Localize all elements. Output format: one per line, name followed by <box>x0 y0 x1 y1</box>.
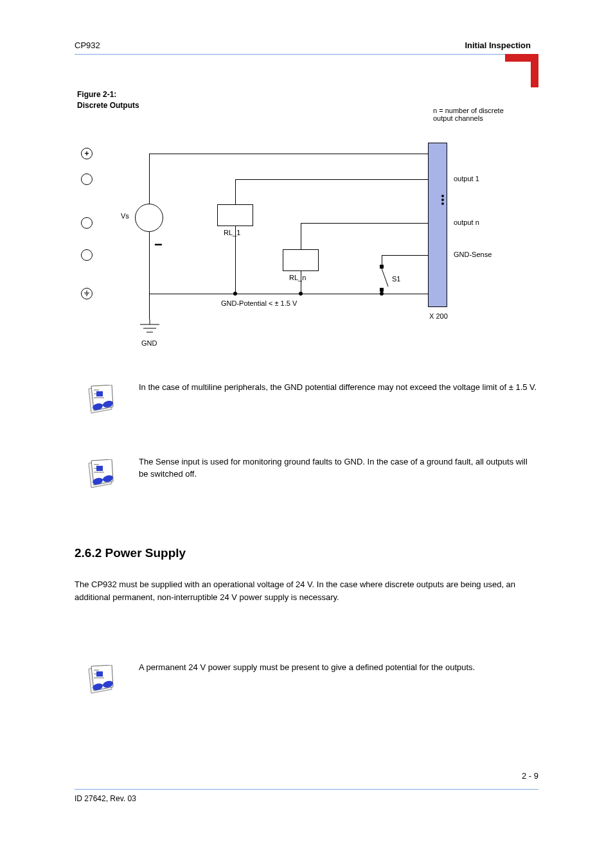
svg-rect-19 <box>96 466 103 471</box>
rl1-label: RL_1 <box>224 229 240 236</box>
node <box>299 292 303 296</box>
wire <box>382 255 428 256</box>
pin-output-n <box>81 217 93 229</box>
node <box>233 292 237 296</box>
corner-crop-mark <box>505 54 538 87</box>
wire <box>149 154 150 204</box>
note-1-text: In the case of multiline peripherals, th… <box>139 382 537 394</box>
connector-label: X 200 <box>429 312 448 320</box>
gnd-potential-label: GND-Potential < ± 1.5 V <box>221 299 297 307</box>
pin-output-1-label: output 1 <box>454 175 479 182</box>
pin-gnd-sense-label: GND-Sense <box>454 251 492 258</box>
wire <box>149 154 428 154</box>
node <box>380 292 384 296</box>
header-product: CP932 <box>75 40 100 50</box>
pin-output-n-label: output n <box>454 218 479 226</box>
footer-id: ID 27642, Rev. 03 <box>75 794 136 803</box>
svg-rect-25 <box>96 671 103 677</box>
pin-gnd-sense <box>81 249 93 261</box>
svg-line-28 <box>102 685 104 686</box>
voltage-source <box>135 204 163 232</box>
figure-number: Figure 2-1: <box>77 90 116 99</box>
pin-ground <box>81 288 93 299</box>
wire <box>301 223 301 249</box>
note-2-text: The Sense input is used for monitoring g… <box>139 456 537 481</box>
section-body: The CP932 must be supplied with an opera… <box>75 578 531 603</box>
pin-output-1 <box>81 173 93 185</box>
note-icon <box>82 459 118 492</box>
note-icon <box>82 665 118 697</box>
bottom-rule <box>75 789 538 790</box>
wire <box>149 232 150 294</box>
minus-symbol: − <box>154 236 163 253</box>
svg-rect-13 <box>96 391 103 396</box>
rln-label: RL_n <box>289 274 306 281</box>
pin-ellipsis: ••• <box>437 194 450 206</box>
schematic-diagram: Figure 2-1: Discrete Outputs n = number … <box>77 90 540 366</box>
wire <box>235 226 236 294</box>
wire <box>301 223 428 224</box>
connector-strip <box>428 143 447 307</box>
note-3-text: A permanent 24 V power supply must be pr… <box>139 662 537 674</box>
header-section: Initial Inspection <box>465 40 531 50</box>
svg-line-9 <box>382 269 388 287</box>
gnd-label: GND <box>141 339 157 347</box>
svg-rect-8 <box>380 265 384 269</box>
note-icon <box>82 385 118 417</box>
pin-count-note: n = number of discrete output channels <box>433 107 523 122</box>
ground-symbol <box>139 319 161 340</box>
vs-label: Vs <box>121 212 129 220</box>
load-rln <box>283 249 319 271</box>
wire <box>149 294 150 319</box>
page-number: 2 - 9 <box>522 771 538 781</box>
pin-plus: + <box>81 148 93 159</box>
load-rl1 <box>217 204 253 226</box>
wire <box>301 271 301 294</box>
svg-line-16 <box>102 405 104 405</box>
wire <box>235 179 428 180</box>
wire <box>235 179 236 204</box>
top-rule <box>75 54 531 55</box>
s1-label: S1 <box>392 275 400 283</box>
svg-line-22 <box>102 479 104 480</box>
section-heading: 2.6.2 Power Supply <box>75 546 186 560</box>
figure-caption: Discrete Outputs <box>77 101 139 110</box>
switch-s1 <box>377 265 392 296</box>
